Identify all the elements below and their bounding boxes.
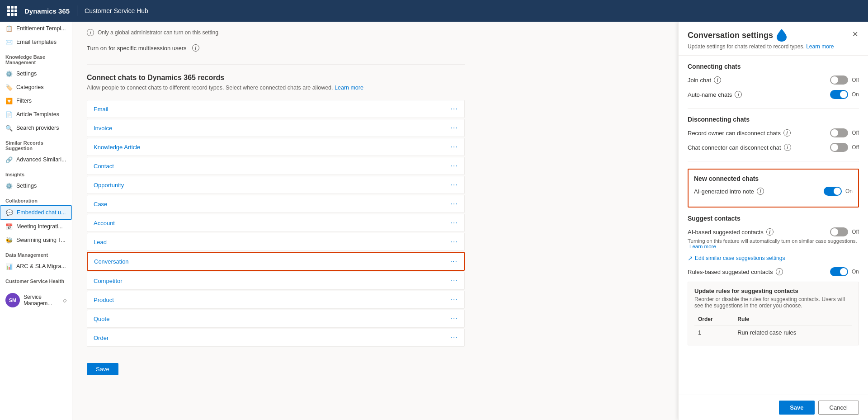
record-name-conversation[interactable]: Conversation [94, 258, 129, 265]
order-header: Order [694, 313, 734, 326]
ai-based-slider [830, 227, 848, 236]
rules-based-toggle[interactable] [830, 267, 848, 276]
sidebar-item-search-providers[interactable]: 🔍 Search providers [0, 121, 72, 135]
record-name-competitor[interactable]: Competitor [94, 278, 123, 284]
sidebar: 📋 Entitlement Templ... ✉️ Email template… [0, 22, 72, 420]
ai-based-desc: Turning on this feature will automatical… [688, 238, 859, 249]
record-name-email[interactable]: Email [94, 106, 108, 113]
rules-based-status: On [852, 269, 859, 275]
sidebar-item-entitlement[interactable]: 📋 Entitlement Templ... [0, 22, 72, 35]
sidebar-item-article-templates[interactable]: 📄 Article Templates [0, 108, 72, 121]
sidebar-item-filters[interactable]: 🔽 Filters [0, 94, 72, 108]
panel-learn-more-link[interactable]: Learn more [806, 43, 834, 50]
sidebar-item-categories[interactable]: 🏷️ Categories [0, 80, 72, 94]
panel-save-button[interactable]: Save [779, 401, 814, 415]
similar-icon: 🔗 [5, 156, 13, 163]
save-button[interactable]: Save [87, 363, 118, 375]
chat-connector-toggle-right: Off [830, 143, 859, 152]
record-menu-lead[interactable]: ··· [451, 238, 458, 246]
record-name-product[interactable]: Product [94, 297, 114, 303]
record-name-account[interactable]: Account [94, 220, 115, 227]
connect-section-title: Connect chats to Dynamics 365 records [87, 74, 465, 82]
categories-icon: 🏷️ [5, 84, 13, 91]
chat-connector-toggle[interactable] [830, 143, 848, 152]
ai-based-learn-more[interactable]: Learn more [689, 244, 716, 249]
record-owner-info-icon: i [783, 129, 791, 137]
ai-intro-info-icon: i [757, 188, 764, 195]
section-divider [87, 64, 465, 65]
record-name-order[interactable]: Order [94, 335, 108, 341]
record-name-invoice[interactable]: Invoice [94, 125, 112, 132]
ai-based-toggle[interactable] [830, 227, 848, 236]
record-menu-competitor[interactable]: ··· [451, 277, 458, 285]
sidebar-item-label: Article Templates [16, 111, 59, 118]
record-name-knowledge-article[interactable]: Knowledge Article [94, 144, 140, 151]
sidebar-section-knowledge: Knowledge Base Management [0, 49, 72, 67]
diamond-icon: ◇ [63, 297, 66, 303]
ai-based-label: AI-based suggested contacts i [688, 228, 774, 236]
auto-name-info-icon: i [735, 91, 742, 98]
record-menu-product[interactable]: ··· [451, 296, 458, 304]
record-owner-label: Record owner can disconnect chats i [688, 129, 791, 137]
sidebar-item-meeting[interactable]: 📅 Meeting integrati... [0, 220, 72, 233]
water-drop-icon [777, 29, 787, 42]
ai-intro-toggle[interactable] [824, 187, 842, 196]
sidebar-item-advanced-similar[interactable]: 🔗 Advanced Similari... [0, 153, 72, 166]
connect-desc-text: Allow people to connect chats to differe… [87, 85, 333, 91]
record-item: Contact ··· [87, 157, 465, 175]
connect-learn-more-link[interactable]: Learn more [335, 85, 363, 91]
record-name-case[interactable]: Case [94, 201, 107, 208]
sidebar-item-arc-sla[interactable]: 📊 ARC & SLA Migra... [0, 260, 72, 273]
sidebar-section-insights: Insights [0, 166, 72, 179]
sidebar-item-label: Settings [16, 183, 37, 189]
main-content: i Only a global administrator can turn o… [72, 22, 678, 420]
record-menu-email[interactable]: ··· [451, 105, 458, 113]
new-connected-chats-box: New connected chats AI-generated intro n… [688, 169, 859, 208]
sidebar-item-kb-settings[interactable]: ⚙️ Settings [0, 67, 72, 80]
record-menu-contact[interactable]: ··· [451, 162, 458, 170]
panel-cancel-button[interactable]: Cancel [818, 401, 859, 415]
table-row: 1 Run related case rules [694, 326, 852, 340]
record-name-opportunity[interactable]: Opportunity [94, 182, 124, 189]
auto-name-toggle[interactable] [830, 90, 848, 99]
grid-menu-icon[interactable] [7, 6, 17, 16]
suggest-contacts-title: Suggest contacts [688, 215, 859, 222]
record-menu-invoice[interactable]: ··· [451, 124, 458, 132]
panel-close-button[interactable]: ✕ [851, 29, 859, 39]
turn-on-row: Turn on for specific multisession users … [87, 40, 465, 61]
record-menu-conversation[interactable]: ··· [450, 257, 458, 265]
record-menu-knowledge-article[interactable]: ··· [451, 143, 458, 151]
record-owner-slider [830, 128, 848, 137]
record-owner-toggle[interactable] [830, 128, 848, 137]
join-chat-row: Join chat i Off [688, 76, 859, 85]
sidebar-item-insights-settings[interactable]: ⚙️ Settings [0, 179, 72, 193]
auto-name-chats-label: Auto-name chats i [688, 91, 742, 98]
record-menu-opportunity[interactable]: ··· [451, 181, 458, 189]
update-rules-box: Update rules for suggesting contacts Reo… [688, 282, 859, 345]
join-chat-toggle[interactable] [830, 76, 848, 85]
meeting-icon: 📅 [5, 223, 13, 230]
record-menu-order[interactable]: ··· [451, 334, 458, 342]
record-item: Email ··· [87, 100, 465, 118]
join-chat-info-icon: i [714, 76, 721, 84]
chat-connector-label: Chat connector can disconnect chat i [688, 144, 791, 151]
right-panel: Conversation settings Update settings fo… [678, 22, 868, 420]
record-item-conversation: Conversation ··· [87, 252, 465, 271]
record-menu-case[interactable]: ··· [451, 200, 458, 208]
record-menu-quote[interactable]: ··· [451, 315, 458, 323]
app-name: Customer Service Hub [85, 7, 148, 14]
record-owner-row: Record owner can disconnect chats i Off [688, 128, 859, 137]
update-rules-desc: Reorder or disable the rules for suggest… [694, 296, 852, 309]
record-name-contact[interactable]: Contact [94, 163, 114, 170]
turn-on-label: Turn on for specific multisession users [87, 45, 187, 52]
sidebar-item-email-templates[interactable]: ✉️ Email templates [0, 35, 72, 49]
sidebar-item-embedded-chat[interactable]: 💬 Embedded chat u... [0, 205, 72, 220]
sidebar-item-swarming[interactable]: 🐝 Swarming using T... [0, 233, 72, 247]
record-menu-account[interactable]: ··· [451, 219, 458, 227]
edit-similar-case-link[interactable]: ↗ Edit similar case suggestions settings [688, 255, 859, 262]
service-manage-label: Service Managem... [24, 294, 59, 307]
record-name-quote[interactable]: Quote [94, 316, 109, 322]
suggest-contacts-section: Suggest contacts AI-based suggested cont… [688, 215, 859, 345]
record-item: Order ··· [87, 329, 465, 347]
record-name-lead[interactable]: Lead [94, 239, 107, 245]
